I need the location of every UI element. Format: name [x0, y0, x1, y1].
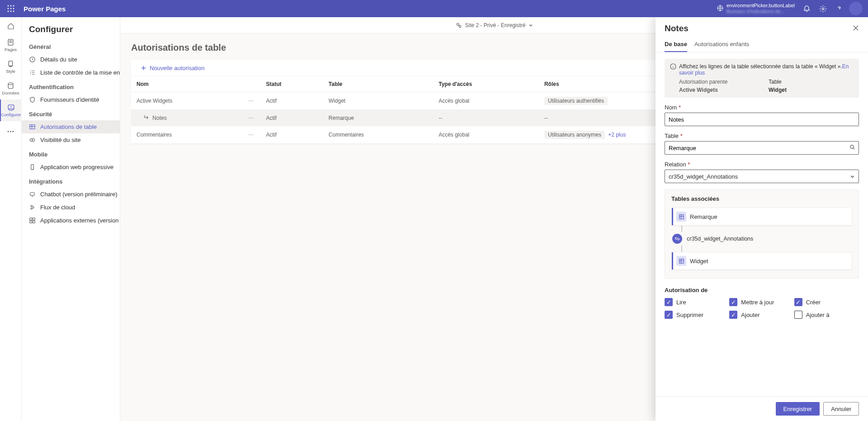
svg-point-8	[13, 11, 14, 12]
nav-chatbot[interactable]: Chatbot (version préliminaire)	[22, 188, 120, 201]
svg-rect-23	[30, 218, 32, 220]
group-general: Général	[22, 39, 120, 53]
save-button[interactable]: Enregistrer	[776, 402, 820, 416]
rail-pages-label: Pages	[5, 47, 17, 52]
rail-home[interactable]	[2, 20, 20, 33]
panel-close-button[interactable]	[853, 25, 859, 33]
assoc-relationship: cr35d_widget_Annotations	[671, 232, 852, 246]
nav-site-details[interactable]: Détails du site	[22, 53, 120, 66]
svg-point-10	[822, 8, 824, 9]
name-input[interactable]	[665, 113, 859, 126]
notifications-button[interactable]	[798, 0, 815, 17]
chevron-down-icon	[850, 174, 855, 179]
nav-identity-providers[interactable]: Fournisseurs d'identité	[22, 93, 120, 106]
svg-point-5	[13, 8, 14, 9]
col-state[interactable]: Statut	[261, 76, 323, 92]
svg-point-13	[8, 83, 13, 85]
child-indent-icon	[144, 114, 149, 120]
relation-select[interactable]: cr35d_widget_Annotations	[665, 170, 859, 183]
tab-child-permissions[interactable]: Autorisations enfants	[694, 37, 749, 52]
rail-data[interactable]: Données	[0, 78, 22, 99]
svg-rect-22	[30, 193, 34, 196]
table-input[interactable]	[665, 141, 859, 155]
site-picker[interactable]: Site 2 - Privé - Enregistré	[455, 22, 533, 28]
environment-icon	[717, 5, 724, 13]
rail-setup-label: Configurer	[1, 112, 21, 117]
rail-more[interactable]	[0, 121, 22, 143]
environment-picker[interactable]: environmentPicker.buttonLabel Bureaux d'…	[717, 3, 795, 14]
row-more-icon[interactable]: ⋯	[248, 98, 254, 104]
svg-rect-31	[679, 214, 683, 218]
info-icon	[670, 63, 676, 70]
rail-style[interactable]: Style	[0, 56, 22, 78]
perm-append[interactable]: ✓Ajouter	[729, 311, 794, 319]
svg-point-4	[10, 8, 12, 9]
perm-update[interactable]: ✓Mettre à jour	[729, 298, 794, 306]
chevron-down-icon	[528, 23, 533, 28]
svg-point-30	[850, 145, 854, 148]
env-label: environmentPicker.buttonLabel	[726, 3, 795, 9]
col-access[interactable]: Type d'accès	[433, 76, 539, 92]
nav-cloud-flows[interactable]: Flux de cloud	[22, 201, 120, 214]
row-more-icon[interactable]: ⋯	[248, 132, 254, 138]
col-table[interactable]: Table	[323, 76, 433, 92]
app-header: Power Pages environmentPicker.buttonLabe…	[0, 0, 868, 17]
svg-point-16	[10, 131, 11, 132]
cancel-button[interactable]: Annuler	[823, 402, 859, 416]
svg-point-2	[13, 5, 14, 7]
svg-point-3	[8, 8, 9, 9]
search-icon[interactable]	[849, 144, 855, 151]
group-security: Sécurité	[22, 106, 120, 120]
rail-data-label: Données	[2, 90, 19, 95]
waffle-button[interactable]	[4, 1, 18, 16]
row-more-icon[interactable]: ⋯	[248, 115, 254, 121]
info-box: Affichez les lignes de la table sélectio…	[665, 59, 859, 98]
svg-rect-12	[9, 61, 13, 66]
perm-create[interactable]: ✓Créer	[794, 298, 859, 306]
assoc-node-widget: Widget	[671, 252, 852, 270]
tab-base[interactable]: De base	[665, 37, 687, 52]
assoc-title: Tables associées	[671, 195, 852, 202]
nav-pwa[interactable]: Application web progressive	[22, 161, 120, 174]
permissions-grid: ✓Lire ✓Mettre à jour ✓Créer ✓Supprimer ✓…	[665, 298, 859, 319]
role-tag: Utilisateurs anonymes	[544, 131, 605, 139]
svg-rect-24	[33, 218, 35, 220]
svg-point-7	[10, 11, 12, 12]
svg-point-6	[8, 11, 9, 12]
nav-site-visibility[interactable]: Visibilité du site	[22, 133, 120, 147]
svg-point-1	[10, 5, 12, 7]
env-sublabel: Bureaux d'indications de...	[726, 9, 795, 14]
nav-go-live-checklist[interactable]: Liste de contrôle de la mise en ser...	[22, 66, 120, 79]
perm-appendto[interactable]: Ajouter à	[794, 311, 859, 319]
associated-tables-box: Tables associées Remarque	[665, 189, 859, 279]
name-label: Nom *	[665, 104, 859, 111]
svg-point-17	[12, 131, 14, 132]
group-mobile: Mobile	[22, 147, 120, 161]
rail-pages[interactable]: Pages	[0, 34, 22, 56]
rail-style-label: Style	[6, 69, 15, 74]
workspace-title: Configurer	[22, 17, 120, 39]
perm-read[interactable]: ✓Lire	[665, 298, 729, 306]
svg-point-0	[8, 5, 9, 7]
svg-rect-25	[30, 221, 32, 223]
svg-rect-26	[33, 221, 35, 223]
svg-rect-32	[679, 259, 683, 263]
new-permission-button[interactable]: Nouvelle autorisation	[140, 65, 204, 71]
panel-title: Notes	[665, 24, 853, 33]
user-avatar[interactable]	[849, 2, 863, 15]
nav-external-apps[interactable]: Applications externes (version prél...	[22, 214, 120, 227]
rail-setup[interactable]: Configurer	[0, 99, 22, 121]
help-button[interactable]	[831, 0, 847, 17]
more-roles-link[interactable]: +2 plus	[608, 132, 626, 138]
settings-button[interactable]	[815, 0, 831, 17]
svg-point-20	[32, 139, 33, 141]
nav-table-permissions[interactable]: Autorisations de table	[22, 120, 120, 133]
table-label: Table *	[665, 132, 859, 139]
link-icon	[672, 234, 682, 244]
col-name[interactable]: Nom	[131, 76, 243, 92]
main-content: Site 2 - Privé - Enregistré Autorisation…	[120, 17, 868, 421]
svg-rect-19	[30, 125, 35, 129]
perm-delete[interactable]: ✓Supprimer	[665, 311, 729, 319]
lock-icon	[455, 22, 462, 28]
table-icon	[676, 212, 686, 222]
